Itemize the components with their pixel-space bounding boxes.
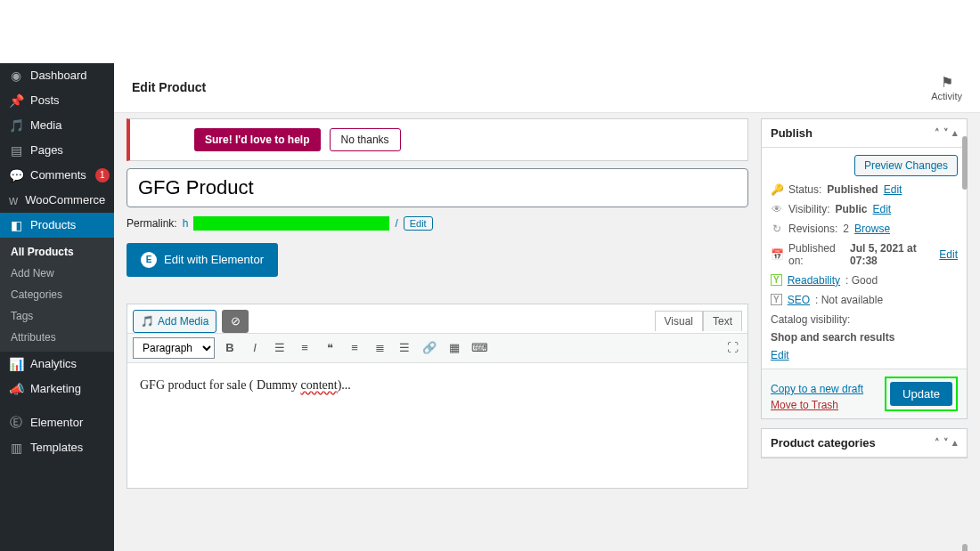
ol-button[interactable]: ≡ xyxy=(295,338,314,358)
media-icon: 🎵 xyxy=(141,315,154,328)
elementor-circle-icon: E xyxy=(141,252,157,268)
revisions-browse-link[interactable]: Browse xyxy=(854,223,890,235)
sidebar-label: WooCommerce xyxy=(25,193,105,207)
publish-panel: Publish ˄ ˅ ▴ Preview Changes xyxy=(761,118,968,419)
quote-button[interactable]: ❝ xyxy=(320,338,339,358)
eye-icon: 👁 xyxy=(771,203,783,215)
status-edit-link[interactable]: Edit xyxy=(884,183,902,196)
visibility-edit-link[interactable]: Edit xyxy=(872,203,891,215)
sub-item-add-new[interactable]: Add New xyxy=(0,263,114,284)
bold-button[interactable]: B xyxy=(220,338,240,358)
sidebar-label: Comments xyxy=(30,168,86,182)
link-button[interactable]: 🔗 xyxy=(420,338,439,358)
copy-to-draft-link[interactable]: Copy to a new draft xyxy=(771,383,863,395)
sidebar-item-woocommerce[interactable]: w WooCommerce xyxy=(0,188,114,213)
sidebar-item-dashboard[interactable]: ◉ Dashboard xyxy=(0,63,114,88)
ul-button[interactable]: ☰ xyxy=(270,338,290,358)
sidebar-item-pages[interactable]: ▤ Pages xyxy=(0,138,114,163)
italic-button[interactable]: I xyxy=(245,338,265,358)
editor-toolbar: Paragraph B I ☰ ≡ ❝ ≡ ≣ ☰ 🔗 ▦ xyxy=(127,333,747,363)
pages-icon: ▤ xyxy=(9,143,23,158)
activity-button[interactable]: ⚑ Activity xyxy=(931,74,962,101)
editor-content-area[interactable]: GFG product for sale ( Dummy content)... xyxy=(127,363,747,488)
yoast-seo-icon: Y xyxy=(771,294,782,305)
catalog-edit-link[interactable]: Edit xyxy=(771,349,958,361)
scrollbar-thumb[interactable] xyxy=(962,136,968,190)
survey-notice: Sure! I'd love to help No thanks xyxy=(127,118,748,161)
woo-icon: w xyxy=(9,193,18,207)
edit-with-elementor-button[interactable]: E Edit with Elementor xyxy=(127,243,278,277)
sidebar-item-comments[interactable]: 💬 Comments 1 xyxy=(0,163,114,188)
preview-changes-button[interactable]: Preview Changes xyxy=(854,155,958,176)
panel-up-icon[interactable]: ˄ xyxy=(935,127,940,139)
panel-up-icon[interactable]: ˄ xyxy=(935,437,940,449)
sidebar-item-marketing[interactable]: 📣 Marketing xyxy=(0,377,114,401)
published-value: Jul 5, 2021 at 07:38 xyxy=(850,242,934,267)
panel-down-icon[interactable]: ˅ xyxy=(943,127,949,139)
permalink-edit-button[interactable]: Edit xyxy=(404,216,433,231)
seo-link[interactable]: SEO xyxy=(788,294,810,306)
sidebar-label: Analytics xyxy=(30,357,77,370)
tab-text[interactable]: Text xyxy=(703,311,742,331)
decline-survey-button[interactable]: No thanks xyxy=(330,128,401,151)
published-edit-link[interactable]: Edit xyxy=(939,248,958,261)
products-icon: ◧ xyxy=(9,218,23,232)
permalink-suffix: / xyxy=(395,217,397,230)
align-left-button[interactable]: ≡ xyxy=(345,338,364,358)
sidebar-label: Templates xyxy=(30,441,83,454)
pin-icon: 📌 xyxy=(9,93,23,108)
align-center-button[interactable]: ≣ xyxy=(370,338,389,358)
update-button[interactable]: Update xyxy=(890,382,952,406)
key-icon: 🔑 xyxy=(771,183,783,196)
sub-item-attributes[interactable]: Attributes xyxy=(0,327,114,348)
move-to-trash-link[interactable]: Move to Trash xyxy=(771,399,863,411)
sub-item-categories[interactable]: Categories xyxy=(0,284,114,305)
flag-icon: ⚑ xyxy=(931,74,962,91)
format-select[interactable]: Paragraph xyxy=(133,337,215,359)
sub-item-tags[interactable]: Tags xyxy=(0,305,114,327)
panel-toggle-icon[interactable]: ▴ xyxy=(952,437,958,449)
elementor-icon: Ⓔ xyxy=(9,416,23,430)
admin-sidebar: ◉ Dashboard 📌 Posts 🎵 Media ▤ Pages 💬 Co… xyxy=(0,63,114,551)
toolbar-toggle-button[interactable]: ⌨ xyxy=(470,338,489,358)
sidebar-item-media[interactable]: 🎵 Media xyxy=(0,113,114,138)
panel-toggle-icon[interactable]: ▴ xyxy=(952,127,958,139)
yoast-readability-icon: Y xyxy=(771,274,782,286)
permalink-url xyxy=(193,216,389,231)
sidebar-label: Dashboard xyxy=(30,69,87,82)
more-button[interactable]: ▦ xyxy=(445,338,464,358)
sidebar-label: Pages xyxy=(30,143,63,157)
align-right-button[interactable]: ☰ xyxy=(395,338,414,358)
sidebar-item-templates[interactable]: ▥ Templates xyxy=(0,435,114,460)
activity-label: Activity xyxy=(931,91,962,101)
content-editor: 🎵 Add Media ⊘ Visual Text xyxy=(127,304,748,489)
content-text: GFG product for sale ( Dummy xyxy=(140,378,300,392)
product-title-input[interactable] xyxy=(127,168,748,207)
next-panel-title: Product categories xyxy=(771,436,876,450)
sidebar-item-analytics[interactable]: 📊 Analytics xyxy=(0,352,114,377)
visibility-label: Visibility: xyxy=(788,203,829,215)
tab-visual[interactable]: Visual xyxy=(655,311,703,331)
main-area: Edit Product ⚑ Activity Sure! I'd love t… xyxy=(114,63,980,551)
forms-icon: ⊘ xyxy=(231,314,241,328)
elementor-button-label: Edit with Elementor xyxy=(164,253,264,266)
panel-down-icon[interactable]: ˅ xyxy=(943,437,949,449)
add-media-button[interactable]: 🎵 Add Media xyxy=(133,310,216,333)
readability-link[interactable]: Readability xyxy=(788,274,840,287)
accept-survey-button[interactable]: Sure! I'd love to help xyxy=(194,128,321,151)
dashboard-icon: ◉ xyxy=(9,69,23,83)
templates-icon: ▥ xyxy=(9,441,23,455)
gravity-forms-button[interactable]: ⊘ xyxy=(222,310,249,333)
sidebar-submenu: All Products Add New Categories Tags Att… xyxy=(0,238,114,352)
product-categories-panel: Product categories ˄ ˅ ▴ xyxy=(761,428,968,458)
sidebar-label: Products xyxy=(30,218,76,231)
fullscreen-button[interactable]: ⛶ xyxy=(723,338,742,358)
catalog-value: Shop and search results xyxy=(771,331,894,344)
sidebar-item-elementor[interactable]: Ⓔ Elementor xyxy=(0,410,114,435)
sub-item-all-products[interactable]: All Products xyxy=(0,241,114,263)
sidebar-item-products[interactable]: ◧ Products xyxy=(0,213,114,238)
scrollbar-thumb[interactable] xyxy=(962,544,968,551)
add-media-label: Add Media xyxy=(158,315,208,328)
status-value: Published xyxy=(827,183,878,196)
sidebar-item-posts[interactable]: 📌 Posts xyxy=(0,88,114,113)
